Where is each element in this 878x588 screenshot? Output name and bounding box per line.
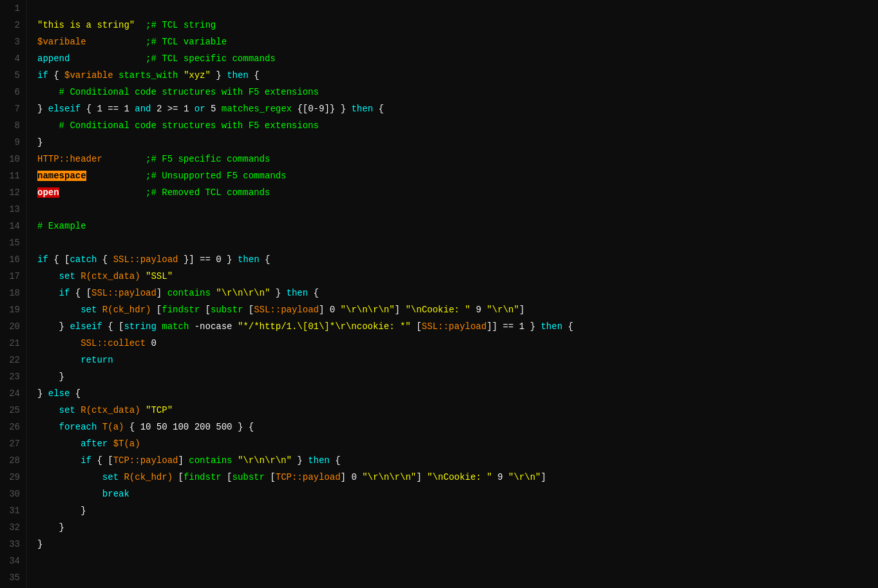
ln-18: 18: [0, 285, 20, 301]
code-line-27: after $T(a): [37, 435, 878, 452]
code-line-20: } elseif { [string match -nocase "*/*htt…: [37, 318, 878, 335]
code-line-8: # Conditional code structures with F5 ex…: [37, 117, 878, 134]
ln-25: 25: [0, 402, 20, 419]
ln-9: 9: [0, 134, 20, 151]
code-line-15: [37, 234, 878, 251]
code-line-18: if { [SSL::payload] contains "\r\n\r\n" …: [37, 285, 878, 301]
ln-12: 12: [0, 184, 20, 201]
ln-33: 33: [0, 536, 20, 553]
ln-28: 28: [0, 452, 20, 469]
code-line-16: if { [catch { SSL::payload }] == 0 } the…: [37, 251, 878, 268]
code-line-2: "this is a string" ;# TCL string: [37, 17, 878, 33]
code-line-35: [37, 569, 878, 586]
code-line-29: set R(ck_hdr) [findstr [substr [TCP::pay…: [37, 469, 878, 486]
code-line-26: foreach T(a) { 10 50 100 200 500 } {: [37, 419, 878, 435]
code-line-31: }: [37, 502, 878, 519]
code-line-11: namespace ;# Unsupported F5 commands: [37, 167, 878, 184]
ln-1: 1: [0, 0, 20, 17]
code-line-6: # Conditional code structures with F5 ex…: [37, 84, 878, 100]
code-line-13: [37, 201, 878, 218]
ln-27: 27: [0, 435, 20, 452]
code-line-5: if { $variable starts_with "xyz" } then …: [37, 67, 878, 84]
ln-29: 29: [0, 469, 20, 486]
ln-7: 7: [0, 100, 20, 117]
code-line-10: HTTP::header ;# F5 specific commands: [37, 151, 878, 167]
ln-5: 5: [0, 67, 20, 84]
code-line-22: return: [37, 352, 878, 368]
code-line-34: [37, 553, 878, 569]
ln-14: 14: [0, 218, 20, 234]
code-line-9: }: [37, 134, 878, 151]
ln-11: 11: [0, 167, 20, 184]
code-line-24: } else {: [37, 385, 878, 402]
code-line-4: append ;# TCL specific commands: [37, 50, 878, 67]
ln-13: 13: [0, 201, 20, 218]
code-line-12: open ;# Removed TCL commands: [37, 184, 878, 201]
ln-4: 4: [0, 50, 20, 67]
ln-35: 35: [0, 569, 20, 586]
code-line-30: break: [37, 486, 878, 502]
ln-8: 8: [0, 117, 20, 134]
code-editor: 1 2 3 4 5 6 7 8 9 10 11 12 13 14 15 16 1…: [0, 0, 878, 588]
line-numbers: 1 2 3 4 5 6 7 8 9 10 11 12 13 14 15 16 1…: [0, 0, 27, 588]
code-line-28: if { [TCP::payload] contains "\r\n\r\n" …: [37, 452, 878, 469]
code-line-33: }: [37, 536, 878, 553]
code-line-1: [37, 0, 878, 17]
code-line-19: set R(ck_hdr) [findstr [substr [SSL::pay…: [37, 301, 878, 318]
ln-2: 2: [0, 17, 20, 33]
ln-17: 17: [0, 268, 20, 285]
code-line-17: set R(ctx_data) "SSL": [37, 268, 878, 285]
ln-20: 20: [0, 318, 20, 335]
code-line-3: $varibale ;# TCL variable: [37, 33, 878, 50]
ln-24: 24: [0, 385, 20, 402]
ln-31: 31: [0, 502, 20, 519]
ln-6: 6: [0, 84, 20, 100]
ln-3: 3: [0, 33, 20, 50]
ln-19: 19: [0, 301, 20, 318]
ln-15: 15: [0, 234, 20, 251]
ln-16: 16: [0, 251, 20, 268]
ln-34: 34: [0, 553, 20, 569]
ln-22: 22: [0, 352, 20, 368]
ln-10: 10: [0, 151, 20, 167]
code-line-25: set R(ctx_data) "TCP": [37, 402, 878, 419]
code-line-32: }: [37, 519, 878, 536]
code-content: "this is a string" ;# TCL string $variba…: [27, 0, 878, 588]
code-line-23: }: [37, 368, 878, 385]
ln-32: 32: [0, 519, 20, 536]
code-line-7: } elseif { 1 == 1 and 2 >= 1 or 5 matche…: [37, 100, 878, 117]
ln-23: 23: [0, 368, 20, 385]
ln-21: 21: [0, 335, 20, 352]
code-line-14: # Example: [37, 218, 878, 234]
ln-26: 26: [0, 419, 20, 435]
ln-30: 30: [0, 486, 20, 502]
code-line-21: SSL::collect 0: [37, 335, 878, 352]
